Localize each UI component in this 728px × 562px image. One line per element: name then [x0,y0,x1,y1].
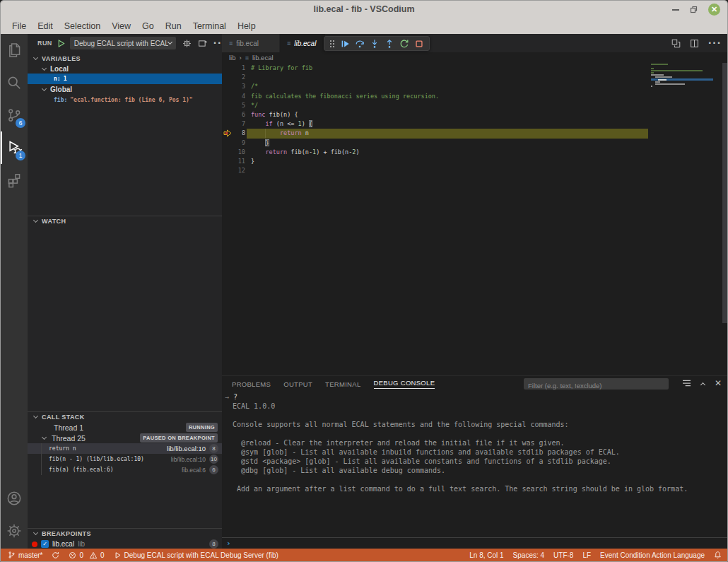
vscodium-window: lib.ecal - fib - VSCodium ✕ File Edit Se… [0,0,728,562]
stack-frame-row[interactable]: fib(n - 1) (lib/lib.ecal:10) lib/lib.eca… [28,454,222,464]
manage-item[interactable] [1,515,28,547]
debug-toolbar [324,36,430,51]
line-number[interactable]: 2 [222,73,245,82]
scope-local[interactable]: Local [28,64,222,74]
window-title: lib.ecal - fib - VSCodium [1,1,727,18]
problems-status-item[interactable]: 0 0 [69,551,104,559]
editor-more-actions-icon[interactable]: ··· [708,37,722,49]
minimize-button[interactable] [672,9,679,11]
line-number[interactable]: 4 [222,92,245,101]
stack-frame-row[interactable]: return n lib/lib.ecal:10 8 [28,443,222,454]
sidebar-item-extensions[interactable] [1,164,28,197]
console-line: @std <package> [glob] - List all availab… [222,457,728,466]
sidebar-item-explorer[interactable] [1,34,28,66]
thread-row-1[interactable]: Thread 1 RUNNING [28,422,222,433]
breadcrumb[interactable]: lib › ≡ lib.ecal [222,52,728,63]
sidebar-item-source-control[interactable]: 6 [1,99,28,131]
console-line: @reload - Clear the interpreter and relo… [222,438,728,447]
settings-gear-icon[interactable] [182,39,192,48]
menu-run[interactable]: Run [160,21,187,31]
tab-terminal[interactable]: TERMINAL [325,380,360,388]
close-panel-icon[interactable]: ✕ [715,379,722,387]
step-over-icon[interactable] [355,39,365,49]
stop-icon[interactable] [414,39,424,49]
tab-fib-ecal[interactable]: ≡ fib.ecal [222,34,280,52]
open-changes-icon[interactable] [671,39,681,48]
line-number[interactable]: 9 [222,139,245,148]
tab-lib-ecal[interactable]: ≡ lib.ecal [280,34,325,52]
notifications-item[interactable] [714,551,722,559]
variable-row-n[interactable]: n: 1 [28,74,222,84]
chevron-down-icon [33,218,38,223]
branch-status-item[interactable]: master* [8,551,42,559]
variable-row-fib[interactable]: fib: "ecal.function: fib (Line 6, Pos 1)… [28,95,222,105]
menu-help[interactable]: Help [232,21,262,31]
line-number[interactable]: 5 [222,101,245,110]
breadcrumb-chevron-icon: › [240,54,242,62]
line-number[interactable]: 6 [222,110,245,119]
tab-output[interactable]: OUTPUT [283,380,312,388]
code-editor[interactable]: 1# Library for fib 2 3/* 4fib calculates… [222,63,728,375]
menu-view[interactable]: View [106,21,136,31]
restart-icon[interactable] [399,39,409,49]
console-input-row[interactable]: › [222,537,728,549]
titlebar[interactable]: lib.ecal - fib - VSCodium ✕ [1,1,727,18]
line-number[interactable]: 3 [222,82,245,91]
step-into-icon[interactable] [370,39,380,49]
console-filter-input[interactable] [524,380,669,392]
line-number[interactable]: 1 [222,64,245,73]
menu-terminal[interactable]: Terminal [187,21,232,31]
call-stack-section-header[interactable]: CALL STACK [28,411,222,422]
indentation-item[interactable]: Spaces: 4 [513,551,544,559]
breakpoints-section-header[interactable]: BREAKPOINTS [28,528,222,539]
split-editor-icon[interactable] [690,39,699,48]
minimap[interactable] [651,64,716,88]
sidebar-item-run-debug[interactable]: 1 [1,131,28,164]
menu-go[interactable]: Go [136,21,160,31]
drag-handle-icon[interactable] [329,40,335,48]
sidebar-item-search[interactable] [1,66,28,99]
watch-section-header[interactable]: WATCH [28,216,222,226]
frame-line-badge: 10 [209,455,218,464]
arrow-right-icon: → [225,392,233,402]
current-debug-line[interactable]: 8 return n [222,129,728,138]
step-out-icon[interactable] [384,39,394,49]
start-debug-icon[interactable] [57,39,66,48]
file-icon: ≡ [245,54,249,62]
eol-item[interactable]: LF [582,551,591,559]
console-line [222,429,728,438]
debug-console-output[interactable]: → ? ECAL 1.0.0 Console supports all norm… [222,392,728,537]
menu-selection[interactable]: Selection [59,21,106,31]
menu-edit[interactable]: Edit [32,21,59,31]
breakpoint-checkbox[interactable]: ✓ [41,540,49,548]
line-number[interactable]: 12 [222,166,245,175]
editor-scrollbar[interactable] [722,63,728,323]
continue-icon[interactable] [340,39,350,49]
line-number[interactable]: 10 [222,148,245,157]
scope-global[interactable]: Global [28,84,222,95]
tab-problems[interactable]: PROBLEMS [232,380,271,388]
tab-debug-console[interactable]: DEBUG CONSOLE [374,379,435,389]
debug-status-item[interactable]: Debug ECAL script with ECAL Debug Server… [114,551,278,559]
stack-frame-row[interactable]: fib(a) (fib.ecal:6) fib.ecal:6 6 [28,464,222,475]
restore-button[interactable] [690,6,698,13]
line-number[interactable]: 11 [222,157,245,166]
activity-bar: 6 1 [1,34,28,549]
thread-row-25[interactable]: Thread 25 PAUSED ON BREAKPOINT [28,433,222,443]
variables-section-header[interactable]: VARIABLES [28,53,222,64]
line-number[interactable]: 7 [222,119,245,129]
breakpoint-row[interactable]: ✓ lib.ecal lib 8 [28,539,222,549]
console-line: ECAL 1.0.0 [222,402,728,411]
open-debug-console-icon[interactable] [198,39,207,48]
maximize-panel-icon[interactable] [700,382,705,387]
accounts-item[interactable] [1,482,28,515]
language-mode-item[interactable]: Event Condition Action Language [600,551,705,559]
cursor-position-item[interactable]: Ln 8, Col 1 [469,551,503,559]
debug-configuration-select[interactable]: Debug ECAL script with ECAL D [70,37,176,49]
menu-file[interactable]: File [6,21,32,31]
close-button[interactable]: ✕ [708,4,720,16]
encoding-item[interactable]: UTF-8 [553,551,573,559]
sync-icon [52,551,59,559]
collapse-all-icon[interactable] [682,380,691,387]
sync-status-item[interactable] [52,551,59,559]
